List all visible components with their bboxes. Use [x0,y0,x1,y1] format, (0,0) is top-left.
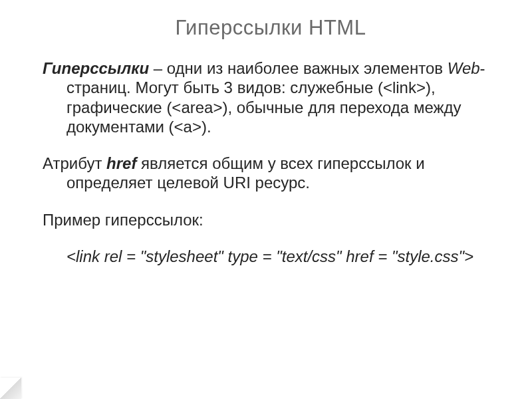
paragraph-example-label: Пример гиперссылок: [43,210,499,229]
code-example-link: <link rel = "stylesheet" type = "text/cs… [43,247,499,266]
page-curl-icon [0,378,21,399]
attr-href: href [106,154,136,172]
slide: Гиперссылки HTML Гиперссылки – одни из н… [0,0,532,399]
paragraph-definition: Гиперссылки – одни из наиболее важных эл… [43,59,499,136]
text-segment: Атрибут [43,154,106,172]
paragraph-attribute: Атрибут href является общим у всех гипер… [43,154,499,193]
slide-body: Гиперссылки – одни из наиболее важных эл… [43,59,499,266]
text-segment: – одни из наиболее важных элементов [149,59,448,77]
text-web: Web [448,59,480,77]
slide-title: Гиперссылки HTML [43,16,499,40]
term-hyperlinks: Гиперссылки [43,59,149,77]
